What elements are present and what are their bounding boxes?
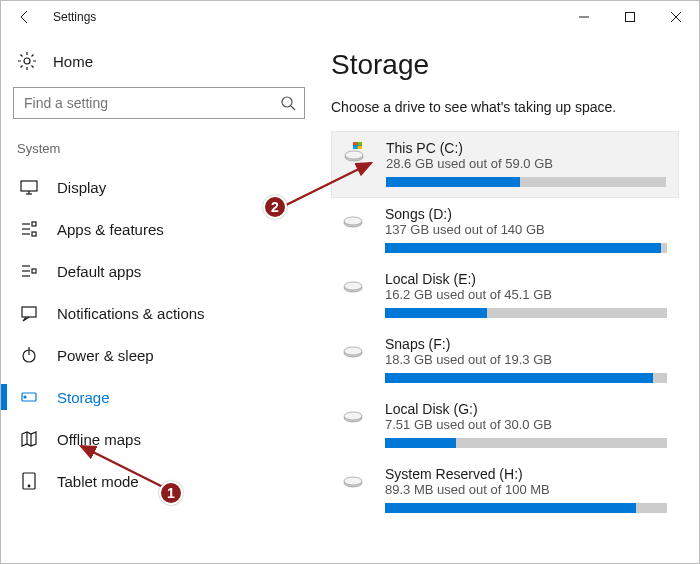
svg-line-6 xyxy=(291,106,295,110)
drive-body: Local Disk (E:)16.2 GB used out of 45.1 … xyxy=(385,271,667,318)
drive-icon xyxy=(343,466,371,513)
drive-list: This PC (C:)28.6 GB used out of 59.0 GBS… xyxy=(331,131,679,523)
close-button[interactable] xyxy=(653,1,699,33)
drive-icon xyxy=(343,336,371,383)
drive-body: System Reserved (H:)89.3 MB used out of … xyxy=(385,466,667,513)
drive-item[interactable]: Local Disk (G:)7.51 GB used out of 30.0 … xyxy=(331,393,679,458)
window-title: Settings xyxy=(53,10,96,24)
sidebar-item-notifications[interactable]: Notifications & actions xyxy=(13,292,305,334)
usage-bar xyxy=(385,243,667,253)
drive-body: Local Disk (G:)7.51 GB used out of 30.0 … xyxy=(385,401,667,448)
svg-point-27 xyxy=(28,485,30,487)
settings-window: Settings Home xyxy=(0,0,700,564)
drive-name: Local Disk (G:) xyxy=(385,401,667,417)
sidebar-item-default-apps[interactable]: Default apps xyxy=(13,250,305,292)
drive-stats: 89.3 MB used out of 100 MB xyxy=(385,482,667,497)
drive-name: Songs (D:) xyxy=(385,206,667,222)
drive-stats: 7.51 GB used out of 30.0 GB xyxy=(385,417,667,432)
search-icon xyxy=(280,95,296,111)
nav-list: Display Apps & features Default apps Not… xyxy=(13,166,305,502)
svg-point-4 xyxy=(24,58,30,64)
svg-rect-19 xyxy=(22,307,36,317)
drive-name: Local Disk (E:) xyxy=(385,271,667,287)
drive-stats: 28.6 GB used out of 59.0 GB xyxy=(386,156,666,171)
sidebar-item-label: Display xyxy=(57,179,106,196)
drive-icon xyxy=(343,271,371,318)
search-input[interactable] xyxy=(22,94,262,112)
svg-point-29 xyxy=(345,151,363,159)
usage-bar-fill xyxy=(385,308,487,318)
tablet-icon xyxy=(19,471,39,491)
window-controls xyxy=(561,1,699,33)
maximize-icon xyxy=(625,12,635,22)
sidebar-item-storage[interactable]: Storage xyxy=(13,376,305,418)
close-icon xyxy=(671,12,681,22)
gear-icon xyxy=(17,51,37,71)
drive-item[interactable]: Snaps (F:)18.3 GB used out of 19.3 GB xyxy=(331,328,679,393)
sidebar-item-display[interactable]: Display xyxy=(13,166,305,208)
drive-stats: 16.2 GB used out of 45.1 GB xyxy=(385,287,667,302)
main-pane: Storage Choose a drive to see what's tak… xyxy=(317,33,699,563)
sidebar-item-label: Tablet mode xyxy=(57,473,139,490)
sidebar-item-apps[interactable]: Apps & features xyxy=(13,208,305,250)
page-subtitle: Choose a drive to see what's taking up s… xyxy=(331,99,679,115)
svg-point-36 xyxy=(344,217,362,225)
sidebar-item-label: Offline maps xyxy=(57,431,141,448)
drive-body: Songs (D:)137 GB used out of 140 GB xyxy=(385,206,667,253)
drive-stats: 18.3 GB used out of 19.3 GB xyxy=(385,352,667,367)
usage-bar xyxy=(385,373,667,383)
usage-bar-fill xyxy=(385,243,661,253)
drive-name: This PC (C:) xyxy=(386,140,666,156)
svg-rect-13 xyxy=(32,222,36,226)
arrow-left-icon xyxy=(17,9,33,25)
sidebar-item-label: Notifications & actions xyxy=(57,305,205,322)
map-icon xyxy=(19,429,39,449)
drive-name: Snaps (F:) xyxy=(385,336,667,352)
default-apps-icon xyxy=(19,261,39,281)
svg-rect-1 xyxy=(626,13,635,22)
usage-bar xyxy=(385,438,667,448)
home-nav[interactable]: Home xyxy=(13,45,305,87)
sidebar-item-tablet-mode[interactable]: Tablet mode xyxy=(13,460,305,502)
drive-item[interactable]: System Reserved (H:)89.3 MB used out of … xyxy=(331,458,679,523)
svg-rect-18 xyxy=(32,269,36,273)
usage-bar-fill xyxy=(385,373,653,383)
drive-body: This PC (C:)28.6 GB used out of 59.0 GB xyxy=(386,140,666,187)
apps-icon xyxy=(19,219,39,239)
sidebar-item-label: Apps & features xyxy=(57,221,164,238)
sidebar-item-label: Power & sleep xyxy=(57,347,154,364)
drive-item[interactable]: Local Disk (E:)16.2 GB used out of 45.1 … xyxy=(331,263,679,328)
drive-item[interactable]: This PC (C:)28.6 GB used out of 59.0 GB xyxy=(331,131,679,198)
drive-item[interactable]: Songs (D:)137 GB used out of 140 GB xyxy=(331,198,679,263)
back-button[interactable] xyxy=(1,1,49,33)
svg-point-42 xyxy=(344,412,362,420)
svg-rect-33 xyxy=(353,146,357,149)
power-icon xyxy=(19,345,39,365)
sidebar-item-offline-maps[interactable]: Offline maps xyxy=(13,418,305,460)
home-label: Home xyxy=(53,53,93,70)
maximize-button[interactable] xyxy=(607,1,653,33)
usage-bar xyxy=(385,308,667,318)
sidebar-item-label: Storage xyxy=(57,389,110,406)
svg-rect-32 xyxy=(358,142,363,145)
svg-rect-7 xyxy=(21,181,37,191)
sidebar-item-label: Default apps xyxy=(57,263,141,280)
svg-rect-31 xyxy=(353,142,357,145)
drive-body: Snaps (F:)18.3 GB used out of 19.3 GB xyxy=(385,336,667,383)
minimize-button[interactable] xyxy=(561,1,607,33)
svg-point-5 xyxy=(282,97,292,107)
usage-bar xyxy=(385,503,667,513)
svg-point-23 xyxy=(24,396,26,398)
svg-point-40 xyxy=(344,347,362,355)
usage-bar-fill xyxy=(386,177,520,187)
search-box[interactable] xyxy=(13,87,305,119)
drive-stats: 137 GB used out of 140 GB xyxy=(385,222,667,237)
drive-icon xyxy=(343,401,371,448)
drive-icon xyxy=(343,206,371,253)
display-icon xyxy=(19,177,39,197)
sidebar-item-power[interactable]: Power & sleep xyxy=(13,334,305,376)
page-title: Storage xyxy=(331,49,679,81)
svg-rect-14 xyxy=(32,232,36,236)
drive-name: System Reserved (H:) xyxy=(385,466,667,482)
usage-bar-fill xyxy=(385,503,636,513)
